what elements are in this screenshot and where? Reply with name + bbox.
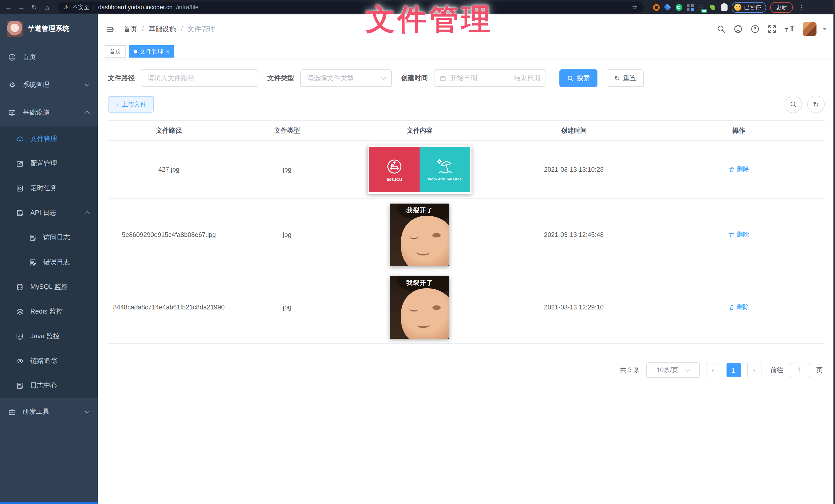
- file-preview-996-banner[interactable]: 996.ICU work-life balance: [368, 145, 472, 194]
- address-bar[interactable]: ⚠ 不安全 | dashboard.yudao.iocoder.cn/infra…: [58, 2, 644, 13]
- file-type-placeholder: 请选择文件类型: [307, 74, 354, 83]
- sidebar-item-label: 基础设施: [23, 108, 49, 117]
- user-menu-caret-icon[interactable]: [823, 28, 827, 30]
- reload-icon[interactable]: ↻: [30, 3, 39, 11]
- sidebar-item-java[interactable]: Java 监控: [0, 324, 98, 349]
- fullscreen-icon[interactable]: [768, 25, 776, 34]
- cell-file-path: 5e8609290e915c4fa8b08e67.jpg: [108, 199, 230, 271]
- extension-icon-switch[interactable]: on: [698, 4, 705, 10]
- delete-button[interactable]: 删除: [728, 231, 749, 239]
- sidebar-item-trace[interactable]: 链路追踪: [0, 349, 98, 373]
- security-warning-icon[interactable]: ⚠: [64, 4, 69, 10]
- breadcrumb-separator: /: [142, 25, 144, 33]
- timer-icon: [16, 184, 24, 192]
- tag-home[interactable]: 首页: [105, 45, 126, 58]
- user-avatar[interactable]: [802, 22, 816, 36]
- annotation-title: 文件管理: [366, 0, 493, 40]
- refresh-button[interactable]: ↻: [807, 96, 825, 113]
- profile-paused-button[interactable]: 已暂停: [732, 2, 766, 13]
- sidebar-item-mysql[interactable]: MySQL 监控: [0, 274, 98, 299]
- url-path: /infra/file: [176, 4, 199, 10]
- page-size-value: 10条/页: [657, 366, 678, 375]
- page-size-select[interactable]: 10条/页: [646, 362, 699, 378]
- meme-caption: 我裂开了: [390, 279, 450, 287]
- browser-update-button[interactable]: 更新: [770, 2, 793, 13]
- close-icon[interactable]: ×: [166, 48, 169, 55]
- help-icon[interactable]: [751, 25, 759, 34]
- sidebar-item-label: 访问日志: [43, 233, 70, 242]
- monitor-chart-icon: [16, 332, 24, 340]
- delete-button[interactable]: 删除: [728, 165, 749, 174]
- browser-menu-icon[interactable]: ⋮: [798, 3, 805, 11]
- sidebar-item-label: Redis 监控: [30, 307, 63, 316]
- sidebar-item-infra[interactable]: 基础设施: [0, 99, 98, 126]
- file-preview-meme-image[interactable]: 我裂开了: [390, 204, 450, 266]
- file-path-input[interactable]: 请输入文件路径: [141, 69, 258, 87]
- sidebar-item-devtools[interactable]: 研发工具: [0, 398, 98, 426]
- upload-file-button[interactable]: + 上传文件: [108, 96, 154, 112]
- file-type-select[interactable]: 请选择文件类型: [300, 69, 392, 87]
- sidebar-item-home[interactable]: 首页: [0, 43, 98, 71]
- eye-icon: [16, 357, 24, 365]
- sidebar-item-log-center[interactable]: 日志中心: [0, 373, 98, 398]
- sidebar-item-config[interactable]: 配置管理: [0, 151, 98, 176]
- sidebar-item-job[interactable]: 定时任务: [0, 176, 98, 201]
- refresh-icon: ↻: [813, 101, 819, 108]
- search-icon[interactable]: [717, 25, 726, 34]
- update-label: 更新: [776, 3, 787, 11]
- extensions-puzzle-icon[interactable]: [721, 4, 728, 10]
- sidebar-item-label: 系统管理: [23, 80, 49, 89]
- forward-icon[interactable]: →: [17, 3, 26, 11]
- tag-label: 首页: [109, 47, 121, 55]
- security-label[interactable]: 不安全: [73, 3, 89, 11]
- sidebar-item-redis[interactable]: Redis 监控: [0, 299, 98, 324]
- extension-icon-green-circle[interactable]: [676, 4, 682, 10]
- log-edit-icon: [16, 209, 24, 217]
- sidebar-item-api-log[interactable]: API 日志: [0, 201, 98, 225]
- github-icon[interactable]: [734, 25, 742, 34]
- screen: ← → ↻ ⌂ ⚠ 不安全 | dashboard.yudao.iocoder.…: [0, 0, 835, 504]
- goto-page-input[interactable]: 1: [790, 363, 810, 377]
- next-page-button[interactable]: ›: [747, 363, 761, 377]
- reset-button[interactable]: ↻ 重置: [607, 69, 644, 87]
- breadcrumb-item-home[interactable]: 首页: [123, 24, 137, 34]
- sidebar-item-label: 研发工具: [23, 407, 49, 416]
- chevron-up-icon: [85, 211, 90, 216]
- extension-on-badge: on: [701, 8, 707, 13]
- edit-square-icon: [16, 160, 24, 167]
- home-icon[interactable]: ⌂: [43, 3, 52, 11]
- prev-page-button[interactable]: ‹: [706, 363, 720, 377]
- extension-icon-blue-gem[interactable]: [664, 4, 671, 10]
- search-button[interactable]: 搜索: [559, 69, 597, 87]
- hide-search-button[interactable]: [785, 96, 802, 113]
- table-row: 8448cada8c714e4ab61f521c8da21990 jpg 我裂开…: [108, 271, 825, 344]
- file-preview-meme-image[interactable]: 我裂开了: [390, 276, 450, 339]
- extension-icon-leaf[interactable]: [710, 4, 716, 10]
- log-edit-icon: [16, 382, 24, 390]
- bookmark-star-icon[interactable]: ☆: [632, 4, 637, 11]
- sidebar-item-error-log[interactable]: 错误日志: [0, 250, 98, 274]
- extension-icon-orange-ring[interactable]: [653, 4, 660, 10]
- tag-file-manage[interactable]: 文件管理 ×: [129, 45, 174, 58]
- extensions-area: on: [653, 4, 728, 10]
- extension-icon-grid[interactable]: [687, 4, 694, 10]
- banner-left-label: 996.ICU: [387, 177, 402, 182]
- back-icon[interactable]: ←: [4, 3, 13, 11]
- sidebar-item-access-log[interactable]: 访问日志: [0, 225, 98, 250]
- app-logo-row[interactable]: 芋道管理系统: [0, 14, 98, 43]
- font-size-icon[interactable]: [785, 25, 794, 34]
- sidebar-item-label: API 日志: [30, 208, 56, 217]
- date-range-picker[interactable]: 开始日期 - 结束日期: [434, 69, 546, 87]
- sidebar-item-file[interactable]: 文件管理: [0, 126, 98, 151]
- breadcrumb-item-infra[interactable]: 基础设施: [148, 24, 176, 34]
- col-header-time: 创建时间: [495, 121, 652, 141]
- page-number-button[interactable]: 1: [726, 363, 741, 377]
- delete-button[interactable]: 删除: [728, 303, 749, 312]
- date-end-placeholder: 结束日期: [514, 74, 541, 83]
- url-host: dashboard.yudao.iocoder.cn: [98, 4, 172, 10]
- sidebar-item-system[interactable]: ⚙ 系统管理: [0, 71, 98, 99]
- page-content: 文件路径 请输入文件路径 文件类型 请选择文件类型 创建时间 开始日期 - 结: [98, 59, 835, 504]
- trash-icon: [728, 167, 734, 173]
- delete-label: 删除: [736, 231, 749, 239]
- collapse-menu-icon[interactable]: [106, 25, 115, 33]
